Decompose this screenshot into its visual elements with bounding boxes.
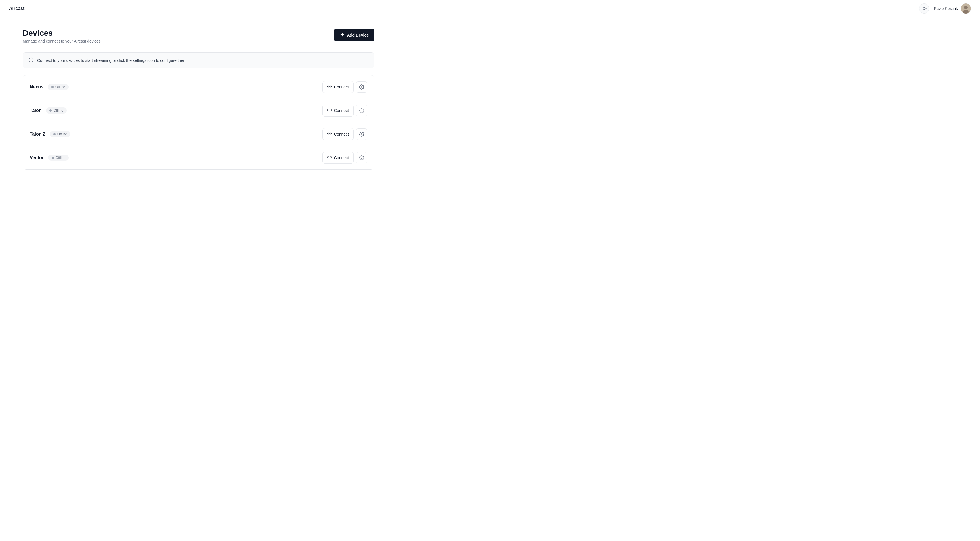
connect-label-talon: Connect (334, 108, 349, 113)
plus-icon (340, 32, 345, 38)
user-name: Pavlo Kostiuk (934, 6, 958, 11)
gear-icon-vector (359, 155, 364, 160)
connect-button-talon2[interactable]: Connect (322, 128, 353, 140)
app-title: Aircast (9, 6, 24, 11)
settings-button-talon2[interactable] (356, 129, 367, 140)
status-label-nexus: Offline (55, 85, 65, 89)
svg-point-20 (361, 110, 363, 111)
status-badge-talon: Offline (46, 107, 66, 114)
device-name-nexus: Nexus (30, 84, 43, 90)
device-list: Nexus Offline Connect (23, 75, 374, 170)
gear-icon-talon (359, 108, 364, 113)
status-dot-talon2 (53, 133, 56, 135)
user-info[interactable]: Pavlo Kostiuk (934, 3, 971, 14)
status-label-talon: Offline (53, 108, 63, 113)
settings-button-talon[interactable] (356, 105, 367, 116)
device-row: Vector Offline Connect (23, 146, 374, 169)
avatar (961, 3, 971, 14)
device-left-vector: Vector Offline (30, 154, 68, 161)
info-banner: Connect to your devices to start streami… (23, 53, 374, 68)
svg-point-22 (361, 134, 363, 135)
status-label-talon2: Offline (57, 132, 67, 136)
device-left-nexus: Nexus Offline (30, 84, 68, 90)
device-row: Talon 2 Offline Connect (23, 123, 374, 146)
device-name-vector: Vector (30, 155, 44, 160)
page-title-group: Devices Manage and connect to your Airca… (23, 29, 101, 43)
status-badge-talon2: Offline (50, 131, 70, 137)
device-actions-nexus: Connect (322, 81, 367, 93)
top-bar-right: Pavlo Kostiuk (919, 3, 971, 14)
gear-icon-talon2 (359, 132, 364, 137)
connect-label-nexus: Connect (334, 85, 349, 89)
info-banner-text: Connect to your devices to start streami… (37, 58, 188, 63)
connect-label-talon2: Connect (334, 132, 349, 136)
main-content: Devices Manage and connect to your Airca… (0, 17, 397, 181)
status-badge-nexus: Offline (48, 84, 68, 90)
sun-icon (921, 6, 927, 11)
info-icon (29, 57, 34, 64)
settings-button-vector[interactable] (356, 152, 367, 163)
status-dot-talon (49, 110, 52, 112)
svg-point-24 (361, 157, 363, 159)
page-title: Devices (23, 29, 101, 38)
connect-label-vector: Connect (334, 155, 349, 160)
page-subtitle: Manage and connect to your Aircast devic… (23, 39, 101, 43)
svg-line-8 (926, 7, 926, 7)
connect-icon-talon2 (327, 131, 332, 137)
svg-point-10 (964, 6, 967, 9)
connect-icon-nexus (327, 84, 332, 90)
device-left-talon: Talon Offline (30, 107, 67, 114)
connect-icon-talon (327, 108, 332, 113)
device-actions-talon: Connect (322, 105, 367, 116)
theme-toggle-button[interactable] (919, 3, 929, 14)
svg-point-0 (923, 7, 925, 10)
settings-button-nexus[interactable] (356, 81, 367, 93)
connect-icon-vector (327, 155, 332, 161)
device-row: Nexus Offline Connect (23, 75, 374, 99)
page-header: Devices Manage and connect to your Airca… (23, 29, 374, 43)
connect-button-nexus[interactable]: Connect (322, 81, 353, 93)
status-dot-nexus (51, 86, 54, 88)
device-actions-vector: Connect (322, 152, 367, 164)
svg-line-4 (926, 10, 926, 10)
add-device-label: Add Device (347, 33, 369, 37)
add-device-button[interactable]: Add Device (334, 29, 374, 41)
device-name-talon: Talon (30, 108, 41, 113)
connect-button-vector[interactable]: Connect (322, 152, 353, 164)
device-row: Talon Offline Connect (23, 99, 374, 123)
device-actions-talon2: Connect (322, 128, 367, 140)
device-name-talon2: Talon 2 (30, 132, 45, 137)
top-bar: Aircast Pavlo Kostiuk (0, 0, 980, 17)
device-left-talon2: Talon 2 Offline (30, 131, 70, 137)
gear-icon-nexus (359, 84, 364, 90)
status-dot-vector (52, 156, 54, 159)
svg-point-18 (361, 86, 363, 88)
status-label-vector: Offline (56, 156, 65, 160)
connect-button-talon[interactable]: Connect (322, 105, 353, 116)
status-badge-vector: Offline (48, 154, 68, 161)
